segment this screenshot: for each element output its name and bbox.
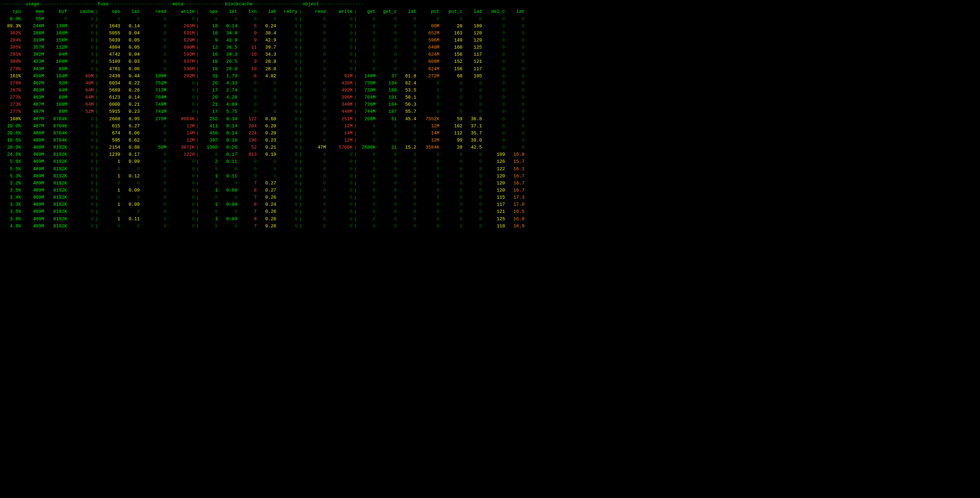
sep-2: | [196,208,199,215]
bcread-val: 0 [302,65,327,73]
tlat-val: 28.0 [258,65,277,73]
mlat-val: 0 [219,223,239,230]
sep-3: | [299,137,302,144]
txn-val: 204 [239,123,258,130]
mem-val: 489M [22,208,45,215]
retry-val: 0 [277,58,299,65]
buf-val: 8192K [45,223,68,230]
cache-val: 52M [68,108,95,115]
mem-val: 392M [22,51,45,58]
sep-1: | [95,123,98,130]
buf-val: 84M [45,87,68,94]
tlat-val: 0.26 [258,194,277,201]
cpu-val: 3.5% [1,208,22,215]
bblat-val: 128 [463,30,483,37]
sep-1: | [95,223,98,230]
mlat-val: 0 [219,165,239,173]
bcread-val: 0 [302,187,327,194]
put-val: 624M [417,65,440,73]
flat-val: 0.14 [121,94,141,101]
sep-1: | [95,101,98,108]
blat-val: 61.8 [398,73,417,80]
getc-val: 184 [377,101,398,108]
mlat-val: 2.74 [219,87,239,94]
bcread-val: 47M [302,144,327,151]
hdr-bc-write: write [327,8,353,15]
delc-val: 0 [483,65,506,73]
mops-val: 1 [199,173,219,180]
bcwrite-val: 0 [327,216,353,223]
cpu-val: 273% [1,101,22,108]
table-row: 20.6% 488M 8704K 0 | 674 6.06 0 14M | 45… [0,130,980,137]
sep-4: | [353,58,357,65]
sep-1: | [95,151,98,158]
dlat-val: 0 [506,94,525,101]
table-row: 279% 443M 80M 0 | 4781 0.06 0 596M | 10 … [0,65,980,73]
fread-val: 0 [141,65,167,73]
tlat-val: 0 [258,158,277,165]
getc-val: 0 [377,208,398,215]
getc-val: 0 [377,180,398,187]
mlat-val: 0 [219,16,239,23]
put-val: 0 [417,158,440,165]
blat-val: 0 [398,51,417,58]
dlat-val: 16.1 [506,165,525,173]
bcwrite-val: 0 [327,187,353,194]
sep-1: | [95,144,98,151]
delc-val: 120 [483,180,506,187]
sep-1: | [95,58,98,65]
delc-val: 0 [483,94,506,101]
txn-val: 0 [239,80,258,87]
put-val: 0 [417,223,440,230]
hdr-bc-dlat: lat [506,8,525,15]
flat-val: 0.23 [121,108,141,115]
hdr-fuse-read: read [141,8,167,15]
hdr-meta-ops: ops [199,8,219,15]
bcread-val: 0 [302,151,327,158]
txn-val: 0 [239,158,258,165]
mops-val: 0 [199,194,219,201]
fread-val: 0 [141,223,167,230]
bcread-val: 0 [302,58,327,65]
mops-val: 0 [199,223,219,230]
sep-1: | [95,65,98,73]
buf-val: 8192K [45,187,68,194]
sep-2: | [196,94,199,101]
tlat-val: 0 [258,165,277,173]
cpu-val: 277% [1,108,22,115]
sep-2: | [196,80,199,87]
dlat-val: 16.7 [506,180,525,187]
sep-3: | [299,37,302,44]
put-val: 0 [417,187,440,194]
bcwrite-val: 0 [327,180,353,187]
bblat-val: 0 [463,16,483,23]
dlat-val: 0 [506,137,525,144]
fops-val: 0 [98,194,121,201]
sep-4: | [353,65,357,73]
flat-val: 0.22 [121,80,141,87]
bcwrite-val: 0 [327,165,353,173]
retry-val: 0 [277,201,299,208]
table-row: 302% 288M 108M 0 | 5055 0.04 0 631M | 10… [0,30,980,37]
mlat-val: 0.11 [219,173,239,180]
sep-2: | [196,58,199,65]
cpu-val: 279% [1,65,22,73]
bcwrite-val: 0 [327,58,353,65]
fread-val: 0 [141,130,167,137]
mem-val: 489M [22,173,45,180]
cache-val: 0 [68,151,95,158]
bcread-val: 0 [302,208,327,215]
retry-val: 0 [277,101,299,108]
sep-3: | [299,187,302,194]
mlat-val: 34.3 [219,51,239,58]
sep-4: | [353,116,357,123]
fread-val: 0 [141,173,167,180]
delc-val: 117 [483,201,506,208]
table-row: 3.2% 489M 8192K 0 | 0 0 0 0 | 0 0 7 0.27… [0,180,980,187]
put-val: 640M [417,44,440,51]
mlat-val: 0.17 [219,151,239,158]
cpu-val: 5.3% [1,173,22,180]
table-row: 3.3% 489M 8192K 0 | 1 0.09 0 0 | 1 0.08 … [0,201,980,208]
putc-val: 68 [440,73,463,80]
bcwrite-val: 0 [327,37,353,44]
